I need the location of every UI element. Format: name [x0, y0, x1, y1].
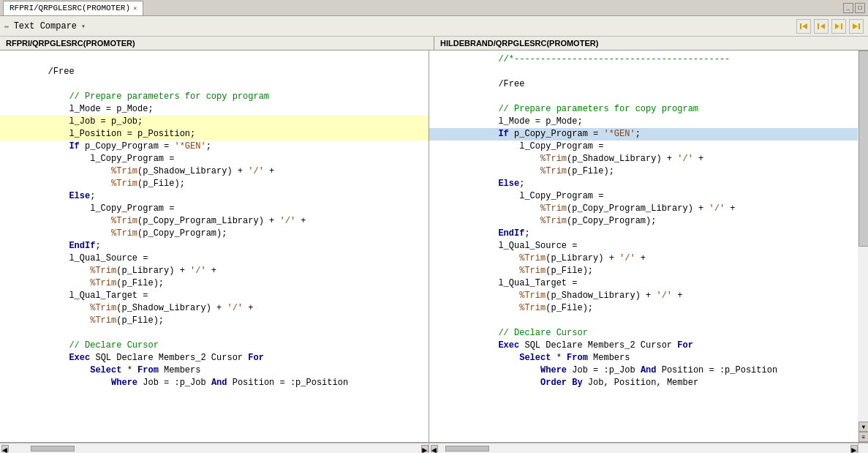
- svg-marker-3: [820, 23, 825, 29]
- table-row: Else;: [429, 178, 858, 190]
- table-row: %Trim(p_File);: [429, 265, 858, 277]
- svg-rect-0: [800, 23, 801, 29]
- toolbar-label: Text Compare: [14, 21, 77, 31]
- maximize-button[interactable]: □: [855, 3, 865, 13]
- table-row: l_Qual_Source =: [0, 252, 429, 265]
- table-row: l_Copy_Program =: [0, 203, 429, 215]
- left-code-pane[interactable]: /Free // Prepare parameters for copy pro…: [0, 50, 429, 442]
- minimize-button[interactable]: _: [843, 3, 853, 13]
- nav-first-button[interactable]: [796, 19, 811, 34]
- table-row: Where Job = :p_Job And Position = :p_Pos…: [429, 364, 858, 377]
- right-hscroll-thumb[interactable]: [445, 446, 489, 452]
- window-controls: _ □: [843, 3, 865, 13]
- table-row: l_Position = p_Position;: [0, 128, 429, 141]
- left-hscroll-right[interactable]: ►: [421, 445, 429, 452]
- table-row: [0, 78, 429, 91]
- table-row: %Trim(p_Copy_Program);: [429, 215, 858, 228]
- table-row: %Trim(p_File);: [0, 178, 429, 190]
- table-row: Else;: [0, 190, 429, 203]
- table-row: l_Copy_Program =: [429, 141, 858, 153]
- overview-scrollbar[interactable]: ▼ ≡: [858, 50, 868, 442]
- vscroll-thumb[interactable]: [858, 50, 868, 247]
- table-row: %Trim(p_File);: [429, 302, 858, 315]
- table-row: %Trim(p_File);: [0, 315, 429, 327]
- table-row: // Prepare parameters for copy program: [429, 103, 858, 116]
- right-pane-header: HILDEBRAND/QRPGLESRC(PROMOTER): [434, 37, 868, 50]
- tab-label: RFPRI/QRPGLESRC(PROMOTER): [10, 4, 130, 12]
- table-row: Exec SQL Declare Members_2 Cursor For: [0, 352, 429, 364]
- corner-box: [858, 443, 868, 453]
- table-row: [429, 315, 858, 327]
- title-bar: RFPRI/QRPGLESRC(PROMOTER) ✕ _ □: [0, 0, 868, 16]
- left-pane-header: RFPRI/QRPGLESRC(PROMOTER): [0, 37, 434, 50]
- table-row: l_Copy_Program =: [429, 190, 858, 203]
- table-row: [0, 327, 429, 340]
- left-hscroll[interactable]: ◄ ►: [0, 443, 429, 453]
- table-row: If p_Copy_Program = '*GEN';: [0, 141, 429, 153]
- panes-wrapper: RFPRI/QRPGLESRC(PROMOTER) HILDEBRAND/QRP…: [0, 37, 868, 453]
- nav-prev-button[interactable]: [814, 19, 829, 34]
- right-hscroll-right[interactable]: ►: [850, 445, 858, 452]
- table-row: Exec SQL Declare Members_2 Cursor For: [429, 340, 858, 352]
- table-row: Order By Job, Position, Member: [429, 377, 858, 389]
- nav-last-button[interactable]: [849, 19, 864, 34]
- table-row: Where Job = :p_Job And Position = :p_Pos…: [0, 377, 429, 389]
- svg-rect-4: [841, 23, 842, 29]
- table-row: // Declare Cursor: [429, 327, 858, 340]
- table-row: %Trim(p_Shadow_Library) + '/' +: [0, 165, 429, 178]
- dropdown-arrow-icon[interactable]: ▾: [81, 22, 86, 31]
- table-row: l_Job = p_Job;: [0, 116, 429, 128]
- table-row: EndIf;: [0, 240, 429, 252]
- table-row: /Free: [0, 66, 429, 78]
- table-row: %Trim(p_File);: [0, 277, 429, 290]
- right-hscroll[interactable]: ◄ ►: [429, 443, 858, 453]
- table-row: %Trim(p_Shadow_Library) + '/' +: [429, 290, 858, 302]
- table-row: l_Mode = p_Mode;: [0, 103, 429, 116]
- table-row: %Trim(p_Library) + '/' +: [0, 265, 429, 277]
- edit-icon: ✏: [4, 21, 10, 31]
- table-row: [0, 53, 429, 66]
- table-row: l_Qual_Target =: [429, 277, 858, 290]
- table-row: l_Qual_Target =: [0, 290, 429, 302]
- table-row: %Trim(p_Copy_Program);: [0, 228, 429, 240]
- code-panes: /Free // Prepare parameters for copy pro…: [0, 50, 868, 442]
- bottom-bar: ◄ ► ◄ ►: [0, 442, 868, 453]
- left-header-label: RFPRI/QRPGLESRC(PROMOTER): [6, 39, 135, 48]
- title-tab[interactable]: RFPRI/QRPGLESRC(PROMOTER) ✕: [3, 1, 143, 15]
- toolbar: ✏ Text Compare ▾: [0, 16, 868, 37]
- right-hscroll-left[interactable]: ◄: [431, 445, 438, 452]
- table-row: l_Mode = p_Mode;: [429, 116, 858, 128]
- svg-marker-1: [802, 23, 807, 29]
- table-row: //*-------------------------------------…: [429, 53, 858, 66]
- table-row: // Declare Cursor: [0, 340, 429, 352]
- table-row: Select * From Members: [429, 352, 858, 364]
- scroll-down-arrow[interactable]: ▼: [858, 422, 868, 432]
- right-code-content: //*-------------------------------------…: [429, 50, 858, 392]
- table-row: %Trim(p_Library) + '/' +: [429, 252, 858, 265]
- table-row: l_Qual_Source =: [429, 240, 858, 252]
- table-row: %Trim(p_Copy_Program_Library) + '/' +: [0, 215, 429, 228]
- table-row: Select * From Members: [0, 364, 429, 377]
- table-row: // Prepare parameters for copy program: [0, 91, 429, 103]
- svg-rect-6: [858, 23, 860, 29]
- nav-next-button[interactable]: [831, 19, 846, 34]
- left-hscroll-left[interactable]: ◄: [1, 445, 9, 452]
- scroll-bottom-button[interactable]: ≡: [858, 432, 868, 442]
- toolbar-nav: [796, 19, 864, 34]
- table-row: %Trim(p_File);: [429, 165, 858, 178]
- table-row: [429, 66, 858, 78]
- table-row: EndIf;: [429, 228, 858, 240]
- close-icon[interactable]: ✕: [133, 4, 137, 12]
- table-row: /Free: [429, 78, 858, 91]
- left-hscroll-thumb[interactable]: [31, 446, 75, 452]
- table-row: If p_Copy_Program = '*GEN';: [429, 128, 858, 141]
- main-area: RFPRI/QRPGLESRC(PROMOTER) HILDEBRAND/QRP…: [0, 37, 868, 453]
- table-row: %Trim(p_Copy_Program_Library) + '/' +: [429, 203, 858, 215]
- table-row: l_Copy_Program =: [0, 153, 429, 165]
- table-row: [429, 91, 858, 103]
- svg-rect-2: [818, 23, 819, 29]
- svg-marker-5: [835, 23, 839, 29]
- right-code-pane[interactable]: //*-------------------------------------…: [429, 50, 858, 442]
- right-header-label: HILDEBRAND/QRPGLESRC(PROMOTER): [440, 39, 598, 48]
- pane-headers: RFPRI/QRPGLESRC(PROMOTER) HILDEBRAND/QRP…: [0, 37, 868, 50]
